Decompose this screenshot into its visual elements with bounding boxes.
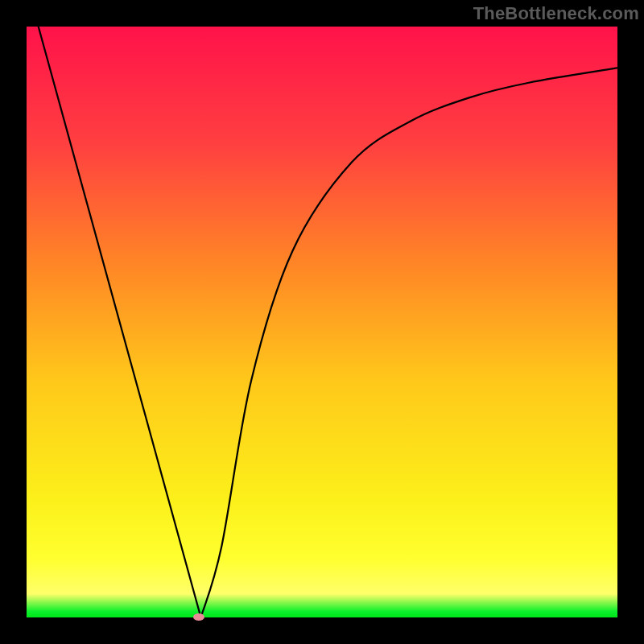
watermark-label: TheBottleneck.com (473, 3, 639, 24)
optimal-point-marker (193, 613, 204, 621)
bottleneck-curve (27, 27, 617, 617)
plot-area (27, 27, 617, 617)
chart-frame: TheBottleneck.com (0, 0, 644, 644)
